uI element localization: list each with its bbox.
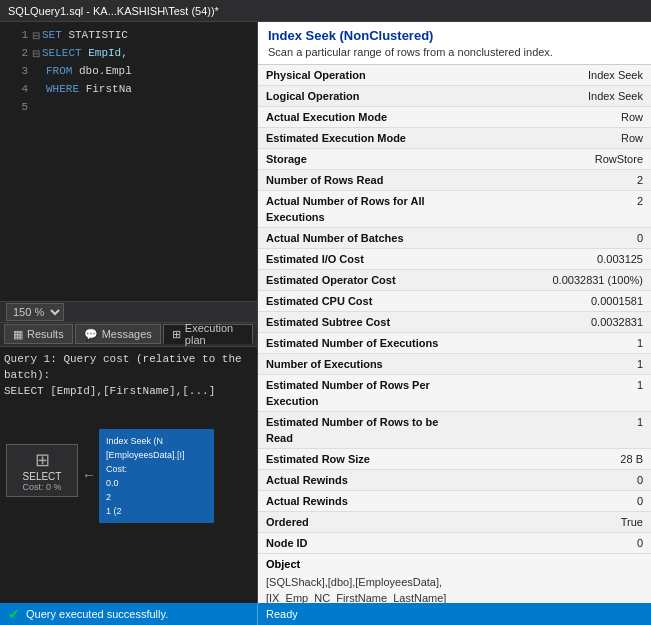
prop-label: Ordered (258, 512, 474, 533)
prop-value: 0.0001581 (474, 291, 651, 312)
table-row: Estimated CPU Cost 0.0001581 (258, 291, 651, 312)
prop-label: Actual Number of Rows for All Executions (258, 191, 474, 228)
table-row: Estimated Subtree Cost 0.0032831 (258, 312, 651, 333)
prop-value: 1 (474, 354, 651, 375)
table-row: Actual Rewinds 0 (258, 470, 651, 491)
tabs-bar: ▦ Results 💬 Messages ⊞ Execution plan (0, 323, 257, 347)
prop-value: 1 (474, 412, 651, 449)
prop-value: RowStore (474, 149, 651, 170)
execution-plan-icon: ⊞ (172, 328, 181, 341)
prop-value: 0.0032831 (100%) (474, 270, 651, 291)
table-row: Node ID 0 (258, 533, 651, 554)
prop-label: Estimated Subtree Cost (258, 312, 474, 333)
table-row: Actual Rewinds 0 (258, 491, 651, 512)
prop-value: 0 (474, 228, 651, 249)
prop-value: True (474, 512, 651, 533)
table-row: Logical Operation Index Seek (258, 86, 651, 107)
index-seek-box: Index Seek (N [EmployeesData].[I] Cost: … (99, 429, 214, 523)
tooltip-title: Index Seek (NonClustered) (268, 28, 641, 43)
results-icon: ▦ (13, 328, 23, 341)
tooltip-header: Index Seek (NonClustered) Scan a particu… (258, 22, 651, 65)
prop-label: Estimated CPU Cost (258, 291, 474, 312)
prop-value: 0.0032831 (474, 312, 651, 333)
prop-value: 1 (474, 375, 651, 412)
table-row: Ordered True (258, 512, 651, 533)
table-row: Estimated Row Size 28 B (258, 449, 651, 470)
title-text: SQLQuery1.sql - KA...KASHISH\Test (54))* (8, 5, 219, 17)
select-box: ⊞ SELECT Cost: 0 % (6, 444, 78, 497)
zoom-select[interactable]: 150 % (6, 303, 64, 321)
prop-label: Estimated Operator Cost (258, 270, 474, 291)
prop-label: Actual Rewinds (258, 491, 474, 512)
results-area: Query 1: Query cost (relative to the bat… (0, 347, 257, 626)
prop-label: Logical Operation (258, 86, 474, 107)
title-bar: SQLQuery1.sql - KA...KASHISH\Test (54))* (0, 0, 651, 22)
prop-label: Estimated Execution Mode (258, 128, 474, 149)
prop-label: Number of Rows Read (258, 170, 474, 191)
code-line-4: 4 WHERE FirstNa (0, 80, 257, 98)
prop-value: Row (474, 128, 651, 149)
left-panel: 1 ⊟ SET STATISTIC 2 ⊟ SELECT EmpId, 3 (0, 22, 258, 625)
execution-plan-diagram: ⊞ SELECT Cost: 0 % ← Index Seek (N [Empl… (4, 409, 253, 539)
table-row: Number of Rows Read 2 (258, 170, 651, 191)
table-row: Estimated Operator Cost 0.0032831 (100%) (258, 270, 651, 291)
messages-icon: 💬 (84, 328, 98, 341)
prop-value: 1 (474, 333, 651, 354)
prop-label: Actual Execution Mode (258, 107, 474, 128)
prop-label: Node ID (258, 533, 474, 554)
table-row: Estimated Number of Rows Per Execution 1 (258, 375, 651, 412)
tooltip-properties-table: Physical Operation Index Seek Logical Op… (258, 65, 651, 554)
table-row: Actual Execution Mode Row (258, 107, 651, 128)
table-row: Physical Operation Index Seek (258, 65, 651, 86)
prop-label: Estimated Number of Executions (258, 333, 474, 354)
object-section-header: Object (258, 554, 651, 572)
tab-results[interactable]: ▦ Results (4, 324, 73, 344)
code-editor[interactable]: 1 ⊟ SET STATISTIC 2 ⊟ SELECT EmpId, 3 (0, 22, 257, 301)
prop-value: 0 (474, 470, 651, 491)
prop-value: Row (474, 107, 651, 128)
code-line-1: 1 ⊟ SET STATISTIC (0, 26, 257, 44)
prop-label: Physical Operation (258, 65, 474, 86)
table-row: Estimated I/O Cost 0.003125 (258, 249, 651, 270)
status-bar: ✔ Query executed successfully. Ready (0, 603, 651, 625)
table-row: Estimated Number of Executions 1 (258, 333, 651, 354)
prop-label: Storage (258, 149, 474, 170)
table-row: Actual Number of Batches 0 (258, 228, 651, 249)
check-icon: ✔ (8, 606, 20, 622)
prop-value: 2 (474, 191, 651, 228)
table-row: Estimated Execution Mode Row (258, 128, 651, 149)
table-row: Storage RowStore (258, 149, 651, 170)
prop-label: Estimated Number of Rows to be Read (258, 412, 474, 449)
results-query-text: Query 1: Query cost (relative to the bat… (4, 351, 253, 399)
tooltip-panel: Index Seek (NonClustered) Scan a particu… (258, 22, 651, 625)
prop-value: 0 (474, 533, 651, 554)
prop-value: Index Seek (474, 86, 651, 107)
prop-label: Estimated Number of Rows Per Execution (258, 375, 474, 412)
prop-value: 28 B (474, 449, 651, 470)
status-ready-text: Ready (258, 608, 306, 620)
tooltip-description: Scan a particular range of rows from a n… (268, 46, 641, 58)
prop-label: Actual Number of Batches (258, 228, 474, 249)
prop-value: 2 (474, 170, 651, 191)
status-success-text: Query executed successfully. (26, 608, 168, 620)
prop-value: 0 (474, 491, 651, 512)
code-line-3: 3 FROM dbo.Empl (0, 62, 257, 80)
plan-arrow: ← (82, 467, 96, 483)
table-row: Estimated Number of Rows to be Read 1 (258, 412, 651, 449)
table-row: Actual Number of Rows for All Executions… (258, 191, 651, 228)
prop-label: Number of Executions (258, 354, 474, 375)
table-row: Number of Executions 1 (258, 354, 651, 375)
tab-execution-plan[interactable]: ⊞ Execution plan (163, 324, 253, 344)
tab-messages[interactable]: 💬 Messages (75, 324, 161, 344)
prop-label: Actual Rewinds (258, 470, 474, 491)
code-line-2: 2 ⊟ SELECT EmpId, (0, 44, 257, 62)
prop-label: Estimated Row Size (258, 449, 474, 470)
code-line-5: 5 (0, 98, 257, 116)
prop-label: Estimated I/O Cost (258, 249, 474, 270)
zoom-bar: 150 % (0, 301, 257, 323)
status-left-section: ✔ Query executed successfully. (0, 603, 258, 625)
select-icon: ⊞ (13, 449, 71, 471)
prop-value: Index Seek (474, 65, 651, 86)
prop-value: 0.003125 (474, 249, 651, 270)
